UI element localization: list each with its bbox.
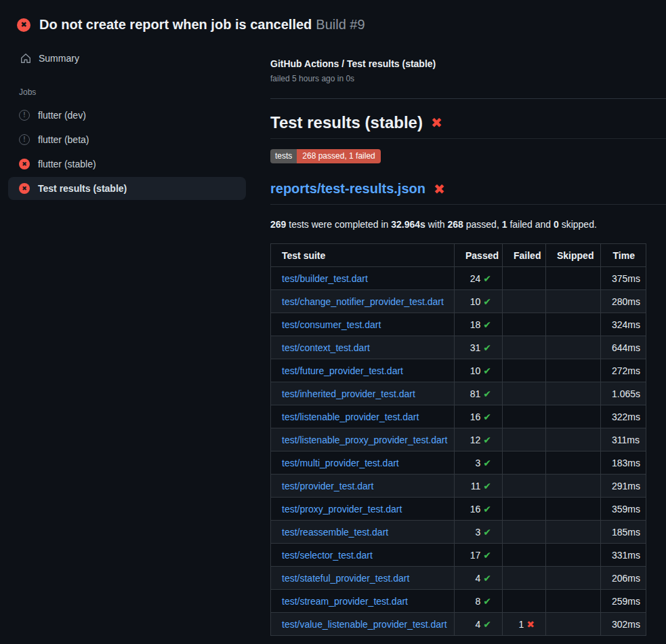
sidebar: Summary Jobs !flutter (dev)!flutter (bet… <box>0 38 254 201</box>
summary-segment: 1 <box>502 219 507 230</box>
summary-segment: skipped. <box>559 219 597 230</box>
time-cell: 280ms <box>601 290 646 313</box>
column-header-failed: Failed <box>503 244 546 267</box>
check-icon: ✔ <box>483 619 491 630</box>
column-header-skipped: Skipped <box>546 244 601 267</box>
failed-x-icon: ✖ <box>431 116 442 129</box>
suite-cell: test/value_listenable_provider_test.dart <box>271 613 455 636</box>
test-suite-link[interactable]: test/value_listenable_provider_test.dart <box>282 619 447 630</box>
check-icon: ✔ <box>483 365 491 376</box>
passed-count: 12 <box>470 435 481 445</box>
check-icon: ✔ <box>483 458 491 468</box>
time-cell: 311ms <box>601 428 646 451</box>
passed-cell: 16✔ <box>455 498 503 521</box>
tests-badge: tests 268 passed, 1 failed <box>270 149 381 163</box>
test-suite-link[interactable]: test/selector_test.dart <box>282 550 373 561</box>
sidebar-item-job-3[interactable]: ✖Test results (stable) <box>8 177 246 200</box>
table-row: test/change_notifier_provider_test.dart1… <box>271 290 646 313</box>
test-suite-link[interactable]: test/listenable_proxy_provider_test.dart <box>282 435 447 445</box>
results-table: Test suitePassedFailedSkippedTime test/b… <box>270 243 646 636</box>
test-suite-link[interactable]: test/stream_provider_test.dart <box>282 596 408 607</box>
test-suite-link[interactable]: test/builder_test.dart <box>282 273 368 284</box>
passed-count: 81 <box>470 388 481 399</box>
check-icon: ✔ <box>483 273 491 284</box>
passed-cell: 81✔ <box>455 382 503 405</box>
x-circle-icon: ✖ <box>19 183 30 194</box>
time-cell: 359ms <box>601 498 646 521</box>
passed-count: 10 <box>470 296 481 307</box>
check-icon: ✔ <box>483 596 491 607</box>
check-icon: ✔ <box>483 504 491 515</box>
table-row: test/context_test.dart31✔644ms <box>271 336 646 359</box>
table-row: test/consumer_test.dart18✔324ms <box>271 313 646 336</box>
failed-cell <box>503 405 546 428</box>
report-link[interactable]: reports/test-results.json <box>270 181 425 197</box>
passed-cell: 10✔ <box>455 359 503 382</box>
passed-count: 16 <box>470 504 481 515</box>
breadcrumb: GitHub Actions / Test results (stable) <box>270 58 666 69</box>
summary-segment: passed, <box>463 219 502 230</box>
check-run-header: ✖ Do not create report when job is cance… <box>0 0 666 38</box>
exclamation-circle-icon: ! <box>19 110 30 121</box>
time-cell: 183ms <box>601 451 646 475</box>
build-number: Build #9 <box>316 17 365 32</box>
test-suite-link[interactable]: test/future_provider_test.dart <box>282 365 403 376</box>
check-icon: ✔ <box>483 411 491 422</box>
test-suite-link[interactable]: test/change_notifier_provider_test.dart <box>282 296 444 307</box>
failed-cell <box>503 544 546 567</box>
failed-cell: 1✖ <box>503 613 546 636</box>
time-cell: 324ms <box>601 313 646 336</box>
page-title: Do not create report when job is cancell… <box>39 17 365 33</box>
failed-cell <box>503 290 546 313</box>
passed-cell: 11✔ <box>455 475 503 498</box>
failed-cell <box>503 267 546 290</box>
failed-cell <box>503 313 546 336</box>
passed-count: 11 <box>471 481 481 491</box>
check-title: Do not create report when job is cancell… <box>39 17 312 32</box>
time-cell: 331ms <box>601 544 646 567</box>
table-row: test/future_provider_test.dart10✔272ms <box>271 359 646 382</box>
sidebar-summary-label: Summary <box>39 53 79 64</box>
suite-cell: test/multi_provider_test.dart <box>271 451 455 475</box>
test-suite-link[interactable]: test/reassemble_test.dart <box>282 527 388 538</box>
passed-cell: 3✔ <box>455 451 503 475</box>
passed-count: 10 <box>470 365 481 376</box>
skipped-cell <box>546 405 601 428</box>
failed-cell <box>503 382 546 405</box>
sidebar-item-summary[interactable]: Summary <box>0 46 254 71</box>
test-suite-link[interactable]: test/consumer_test.dart <box>282 319 381 330</box>
suite-cell: test/selector_test.dart <box>271 544 455 567</box>
sidebar-item-job-2[interactable]: ✖flutter (stable) <box>8 153 246 176</box>
test-suite-link[interactable]: test/multi_provider_test.dart <box>282 458 399 468</box>
test-suite-link[interactable]: test/inherited_provider_test.dart <box>282 388 415 399</box>
test-suite-link[interactable]: test/listenable_provider_test.dart <box>282 411 419 422</box>
check-icon: ✔ <box>483 527 491 538</box>
test-suite-link[interactable]: test/provider_test.dart <box>282 481 373 491</box>
skipped-cell <box>546 590 601 613</box>
failed-cell <box>503 590 546 613</box>
skipped-cell <box>546 475 601 498</box>
check-icon: ✔ <box>483 435 491 445</box>
suite-cell: test/provider_test.dart <box>271 475 455 498</box>
test-suite-link[interactable]: test/proxy_provider_test.dart <box>282 504 402 515</box>
home-icon <box>20 53 31 64</box>
jobs-list: !flutter (dev)!flutter (beta)✖flutter (s… <box>0 104 254 200</box>
failed-status-icon: ✖ <box>17 18 30 32</box>
sidebar-item-job-0[interactable]: !flutter (dev) <box>8 104 246 127</box>
suite-cell: test/consumer_test.dart <box>271 313 455 336</box>
test-suite-link[interactable]: test/stateful_provider_test.dart <box>282 573 409 584</box>
suite-cell: test/future_provider_test.dart <box>271 359 455 382</box>
report-heading: reports/test-results.json ✖ <box>270 181 666 205</box>
suite-cell: test/proxy_provider_test.dart <box>271 498 455 521</box>
skipped-cell <box>546 428 601 451</box>
failed-cell <box>503 359 546 382</box>
test-suite-link[interactable]: test/context_test.dart <box>282 342 370 353</box>
summary-segment: with <box>425 219 448 230</box>
time-cell: 291ms <box>601 475 646 498</box>
summary-segment: 0 <box>554 219 559 230</box>
sidebar-item-job-1[interactable]: !flutter (beta) <box>8 128 246 151</box>
passed-count: 4 <box>475 619 480 630</box>
time-cell: 1.065s <box>601 382 646 405</box>
table-row: test/proxy_provider_test.dart16✔359ms <box>271 498 646 521</box>
failed-cell <box>503 567 546 590</box>
